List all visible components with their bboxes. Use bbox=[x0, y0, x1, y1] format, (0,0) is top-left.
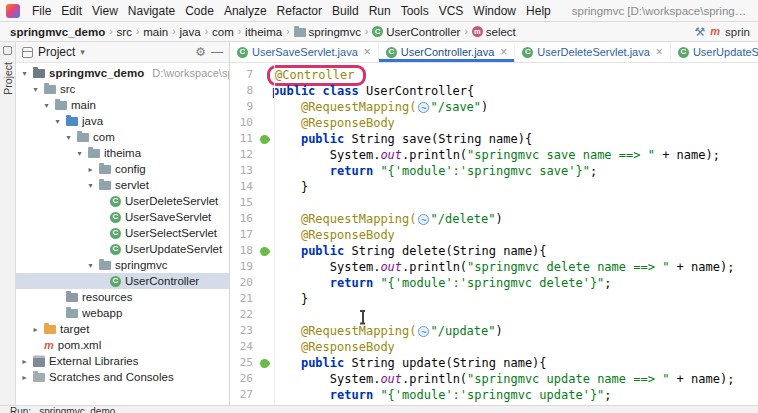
menu-run[interactable]: Run bbox=[364, 3, 396, 19]
run-config-label[interactable]: sprin bbox=[725, 26, 750, 38]
menu-navigate[interactable]: Navigate bbox=[123, 3, 180, 19]
tree-item-springmvc-demo[interactable]: ▾springmvc_demoD:\workspace\springmvc bbox=[16, 65, 229, 81]
menu-edit[interactable]: Edit bbox=[56, 3, 87, 19]
tool-window-stripe-icon[interactable] bbox=[3, 46, 12, 55]
menu-file[interactable]: File bbox=[27, 3, 56, 19]
tree-item-webapp[interactable]: webapp bbox=[16, 305, 229, 321]
code-line-10[interactable]: 10 @ResponseBody bbox=[230, 115, 758, 131]
code-line-18[interactable]: 18 public String delete(String name){ bbox=[230, 243, 758, 259]
tree-item-scratches-and-consoles[interactable]: ▸Scratches and Consoles bbox=[16, 369, 229, 385]
chevron-open-icon[interactable]: ▾ bbox=[75, 149, 84, 158]
chevron-closed-icon[interactable]: ▸ bbox=[20, 373, 29, 382]
chevron-open-icon[interactable]: ▾ bbox=[31, 85, 40, 94]
code-line-21[interactable]: 21 } bbox=[230, 291, 758, 307]
close-icon[interactable]: × bbox=[500, 46, 507, 58]
tab-usersaveservlet-java[interactable]: CUserSaveServlet.java× bbox=[230, 42, 379, 62]
code-line-17[interactable]: 17 @ResponseBody bbox=[230, 227, 758, 243]
code-line-16[interactable]: 16 @RequestMapping("/delete") bbox=[230, 211, 758, 227]
breadcrumb-item-springmvc-demo[interactable]: springmvc_demo bbox=[8, 26, 107, 38]
close-icon[interactable]: × bbox=[656, 46, 663, 58]
menu-analyze[interactable]: Analyze bbox=[219, 3, 272, 19]
code-line-9[interactable]: 9 @RequestMapping("/save") bbox=[230, 99, 758, 115]
chevron-closed-icon[interactable]: ▸ bbox=[31, 325, 40, 334]
breadcrumb-item-itheima[interactable]: itheima bbox=[243, 26, 284, 38]
url-mapping-icon[interactable] bbox=[418, 102, 429, 113]
breadcrumb-item-springmvc[interactable]: springmvc bbox=[292, 26, 363, 38]
code-line-24[interactable]: 24 @ResponseBody bbox=[230, 339, 758, 355]
chevron-open-icon[interactable]: ▾ bbox=[86, 261, 95, 270]
menu-view[interactable]: View bbox=[87, 3, 123, 19]
chevron-open-icon[interactable]: ▾ bbox=[42, 101, 51, 110]
code-line-20[interactable]: 20 return "{'module':'springmvc delete'}… bbox=[230, 275, 758, 291]
editor[interactable]: 7@Controller8public class UserController… bbox=[230, 63, 758, 405]
tree-item-userupdateservlet[interactable]: CUserUpdateServlet bbox=[16, 241, 229, 257]
url-mapping-icon[interactable] bbox=[418, 326, 429, 337]
spring-mapping-gutter-icon[interactable] bbox=[258, 133, 271, 146]
tree-item-config[interactable]: ▸config bbox=[16, 161, 229, 177]
chevron-closed-icon[interactable]: ▸ bbox=[20, 357, 29, 366]
menu-build[interactable]: Build bbox=[327, 3, 364, 19]
tree-item-itheima[interactable]: ▾itheima bbox=[16, 145, 229, 161]
tree-item-external-libraries[interactable]: ▸External Libraries bbox=[16, 353, 229, 369]
breadcrumb-item-select[interactable]: mselect bbox=[470, 26, 518, 38]
menu-tools[interactable]: Tools bbox=[396, 3, 434, 19]
tab-userdeleteservlet-java[interactable]: CUserDeleteServlet.java× bbox=[515, 42, 671, 62]
tree-item-springmvc[interactable]: ▾springmvc bbox=[16, 257, 229, 273]
tab-userupdateservlet-java[interactable]: CUserUpdateServlet.java× bbox=[671, 42, 758, 62]
menu-refactor[interactable]: Refactor bbox=[272, 3, 327, 19]
code-line-13[interactable]: 13 return "{'module':'springmvc save'}"; bbox=[230, 163, 758, 179]
breadcrumb-item-src[interactable]: src bbox=[115, 26, 134, 38]
chevron-open-icon[interactable]: ▾ bbox=[53, 117, 62, 126]
spring-mapping-gutter-icon[interactable] bbox=[258, 245, 271, 258]
tree-item-userdeleteservlet[interactable]: CUserDeleteServlet bbox=[16, 193, 229, 209]
chevron-open-icon[interactable]: ▾ bbox=[86, 181, 95, 190]
breadcrumb-item-java[interactable]: java bbox=[178, 26, 203, 38]
chevron-closed-icon[interactable]: ▸ bbox=[86, 165, 95, 174]
chevron-open-icon[interactable]: ▾ bbox=[64, 133, 73, 142]
tree-item-target[interactable]: ▸target bbox=[16, 321, 229, 337]
code-line-23[interactable]: 23 @RequestMapping("/update") bbox=[230, 323, 758, 339]
tree-item-usersaveservlet[interactable]: CUserSaveServlet bbox=[16, 209, 229, 225]
gear-icon[interactable]: ⚙ bbox=[195, 46, 206, 58]
tree-item-usercontroller[interactable]: CUserController bbox=[16, 273, 229, 289]
tree-item-main[interactable]: ▾main bbox=[16, 97, 229, 113]
code-line-22[interactable]: 22 bbox=[230, 307, 758, 323]
tree-item-src[interactable]: ▾src bbox=[16, 81, 229, 97]
code-text: } bbox=[272, 179, 308, 195]
code-line-7[interactable]: 7@Controller bbox=[230, 67, 758, 83]
code-line-25[interactable]: 25 public String update(String name){ bbox=[230, 355, 758, 371]
project-panel-title[interactable]: Project bbox=[38, 45, 75, 59]
url-mapping-icon[interactable] bbox=[418, 214, 429, 225]
code-line-19[interactable]: 19 System.out.println("springmvc delete … bbox=[230, 259, 758, 275]
chevron-open-icon[interactable]: ▾ bbox=[20, 69, 29, 78]
code-line-15[interactable]: 15 bbox=[230, 195, 758, 211]
build-hammer-icon[interactable]: ⚒ bbox=[695, 25, 706, 39]
code-line-27[interactable]: 27 return "{'module':'springmvc update'}… bbox=[230, 387, 758, 403]
tab-usercontroller-java[interactable]: CUserController.java× bbox=[379, 42, 516, 62]
tree-item-pom-xml[interactable]: mpom.xml bbox=[16, 337, 229, 353]
breadcrumb-item-usercontroller[interactable]: CUserController bbox=[370, 26, 462, 38]
tree-item-servlet[interactable]: ▾servlet bbox=[16, 177, 229, 193]
breadcrumb-item-com[interactable]: com bbox=[210, 26, 236, 38]
tree-item-userselectservlet[interactable]: CUserSelectServlet bbox=[16, 225, 229, 241]
project-stripe-label[interactable]: Project bbox=[2, 62, 14, 95]
code-line-14[interactable]: 14 } bbox=[230, 179, 758, 195]
close-icon[interactable]: × bbox=[364, 46, 371, 58]
code-line-26[interactable]: 26 System.out.println("springmvc update … bbox=[230, 371, 758, 387]
menu-window[interactable]: Window bbox=[468, 3, 521, 19]
code-line-11[interactable]: 11 public String save(String name){ bbox=[230, 131, 758, 147]
breadcrumb-item-main[interactable]: main bbox=[141, 26, 170, 38]
tree-item-resources[interactable]: resources bbox=[16, 289, 229, 305]
spring-mapping-gutter-icon[interactable] bbox=[258, 357, 271, 370]
project-tool-icon[interactable] bbox=[22, 47, 33, 58]
menu-vcs[interactable]: VCS bbox=[434, 3, 469, 19]
code-line-8[interactable]: 8public class UserController{ bbox=[230, 83, 758, 99]
menu-help[interactable]: Help bbox=[521, 3, 556, 19]
line-number: 25 bbox=[230, 355, 256, 371]
chevron-down-icon[interactable]: ▾ bbox=[80, 47, 85, 57]
hide-panel-icon[interactable]: — bbox=[211, 46, 223, 58]
tree-item-java[interactable]: ▾java bbox=[16, 113, 229, 129]
code-line-12[interactable]: 12 System.out.println("springmvc save na… bbox=[230, 147, 758, 163]
menu-code[interactable]: Code bbox=[180, 3, 219, 19]
tree-item-com[interactable]: ▾com bbox=[16, 129, 229, 145]
